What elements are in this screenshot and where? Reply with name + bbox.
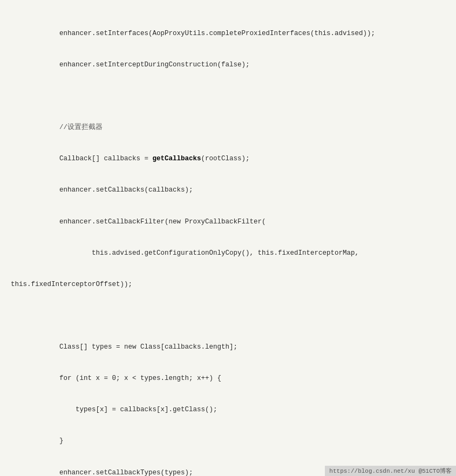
highlight-getCallbacks: getCallbacks (153, 155, 201, 162)
code-line: } (11, 436, 445, 446)
code-line: types[x] = callbacks[x].getClass(); (11, 405, 445, 415)
code-block: enhancer.setInterfaces(AopProxyUtils.com… (0, 5, 456, 476)
code-line: Callback[] callbacks = getCallbacks(root… (11, 154, 445, 164)
code-line (11, 91, 445, 101)
code-line: enhancer.setCallbacks(callbacks); (11, 185, 445, 195)
code-line-comment: //设置拦截器 (11, 123, 445, 133)
code-line: enhancer.setInterceptDuringConstruction(… (11, 60, 445, 70)
code-line: for (int x = 0; x < types.length; x++) { (11, 373, 445, 384)
code-line: Class[] types = new Class[callbacks.leng… (11, 342, 445, 352)
footer-bar: https://blog.csdn.net/xu @51CTO博客 (325, 466, 456, 476)
footer-url: https://blog.csdn.net/xu (329, 468, 414, 474)
footer-site: @51CTO博客 (418, 468, 452, 474)
code-line (11, 311, 445, 321)
code-line: enhancer.setCallbackFilter(new ProxyCall… (11, 217, 445, 227)
code-container: enhancer.setInterfaces(AopProxyUtils.com… (0, 0, 456, 476)
code-line: this.fixedInterceptorOffset)); (11, 280, 445, 290)
code-line: this.advised.getConfigurationOnlyCopy(),… (11, 248, 445, 259)
code-line: enhancer.setInterfaces(AopProxyUtils.com… (11, 29, 445, 39)
